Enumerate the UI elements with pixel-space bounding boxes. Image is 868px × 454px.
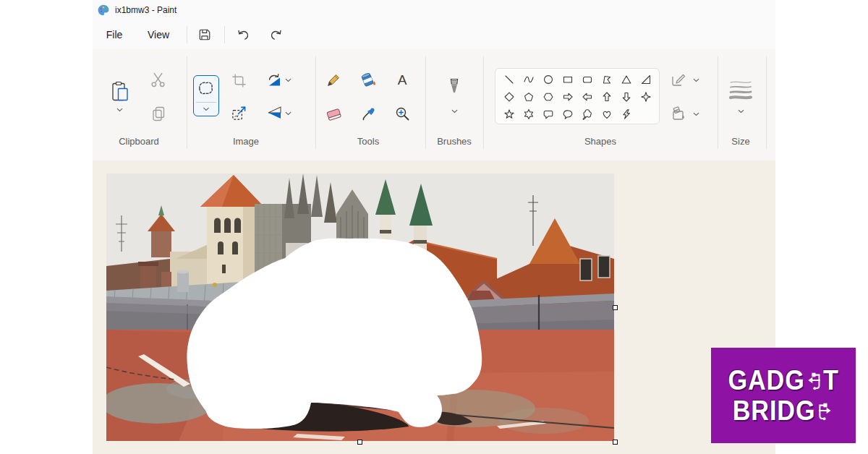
shape-four-point-star-icon[interactable]: [638, 89, 654, 105]
fill-with-color-button[interactable]: [357, 69, 379, 91]
shape-left-arrow-icon[interactable]: [579, 89, 595, 105]
text-tool-button[interactable]: A: [391, 69, 413, 91]
screenshot-root: { "window": { "title": "ix1bmw3 - Paint"…: [0, 0, 868, 454]
shape-rounded-rectangle-icon[interactable]: [579, 72, 595, 87]
copy-icon: [152, 106, 166, 121]
usb-branch-icon: [817, 401, 834, 421]
pencil-button[interactable]: [323, 69, 344, 91]
flip-dropdown-chevron[interactable]: [285, 111, 292, 116]
shape-fill-button[interactable]: [668, 103, 689, 124]
title-bar: ix1bmw3 - Paint: [93, 0, 775, 20]
logo-text: GADG: [728, 366, 804, 395]
selection-dropdown-chevron[interactable]: [203, 107, 210, 111]
shape-five-point-star-icon[interactable]: [501, 106, 517, 122]
brushes-button[interactable]: [442, 74, 467, 103]
shape-triangle-icon[interactable]: [618, 72, 634, 87]
paint-app-icon: [98, 4, 109, 16]
shape-rounded-speech-bubble-icon[interactable]: [540, 106, 556, 122]
rotate-icon: [266, 72, 282, 88]
cut-button[interactable]: [147, 69, 169, 90]
logo-text: T: [823, 366, 839, 395]
shape-six-point-star-icon[interactable]: [521, 106, 537, 122]
group-label-size: Size: [731, 136, 749, 147]
text-tool-icon: A: [398, 72, 407, 88]
canvas-photo[interactable]: [106, 174, 614, 441]
eraser-icon: [326, 106, 342, 121]
logo-text: BRIDG: [733, 396, 816, 425]
shape-oval-speech-bubble-icon[interactable]: [560, 106, 576, 122]
shape-pentagon-icon[interactable]: [521, 89, 537, 105]
brush-icon: [447, 78, 461, 98]
brushes-dropdown-chevron[interactable]: [451, 109, 458, 113]
size-dropdown-chevron[interactable]: [738, 109, 744, 113]
paste-dropdown-chevron[interactable]: [116, 108, 123, 112]
pencil-icon: [326, 72, 341, 88]
logo-line-2: BRIDG: [733, 396, 834, 425]
window-title: ix1bmw3 - Paint: [115, 5, 176, 15]
group-label-shapes: Shapes: [584, 136, 616, 147]
crop-button[interactable]: [228, 69, 250, 91]
selection-handle-right-middle[interactable]: [613, 305, 618, 310]
group-label-clipboard: Clipboard: [119, 136, 159, 147]
shape-down-arrow-icon[interactable]: [618, 89, 634, 105]
color-picker-button[interactable]: [357, 103, 379, 124]
shape-outline-chevron[interactable]: [693, 78, 699, 82]
shape-heart-icon[interactable]: [599, 106, 615, 122]
rotate-dropdown-chevron[interactable]: [285, 78, 292, 82]
group-separator: [187, 56, 187, 149]
shape-line-icon[interactable]: [501, 72, 517, 87]
shape-outline-button[interactable]: [668, 69, 689, 90]
group-separator: [718, 56, 718, 149]
selection-handle-bottom-right[interactable]: [613, 440, 618, 445]
save-icon: [198, 28, 211, 41]
group-label-tools: Tools: [357, 136, 379, 147]
paste-button[interactable]: [108, 77, 132, 106]
shape-cloud-speech-bubble-icon[interactable]: [579, 106, 595, 122]
shape-up-arrow-icon[interactable]: [599, 89, 615, 105]
free-form-selection-button[interactable]: [193, 75, 219, 116]
selection-handle-bottom-middle[interactable]: [357, 440, 362, 445]
menu-bar: File View: [93, 20, 775, 49]
ribbon: Clipboard: [93, 49, 775, 161]
flip-button[interactable]: [263, 102, 285, 124]
copy-button[interactable]: [148, 103, 169, 124]
group-separator: [766, 56, 767, 149]
magnifier-button[interactable]: [391, 103, 413, 124]
shape-rectangle-icon[interactable]: [560, 72, 576, 87]
shape-polygon-icon[interactable]: [599, 72, 615, 87]
shape-hexagon-icon[interactable]: [540, 89, 556, 105]
shape-outline-icon: [671, 72, 686, 87]
resize-button[interactable]: [228, 102, 250, 124]
size-button[interactable]: [726, 75, 756, 104]
menu-view[interactable]: View: [140, 25, 176, 45]
rotate-button[interactable]: [263, 69, 285, 91]
eraser-button[interactable]: [323, 103, 344, 124]
shape-fill-chevron[interactable]: [693, 112, 699, 116]
usb-branch-icon: [806, 370, 822, 390]
shape-diamond-icon[interactable]: [501, 89, 517, 105]
shape-right-triangle-icon[interactable]: [638, 72, 654, 87]
canvas-area: [93, 160, 775, 454]
shape-curve-icon[interactable]: [521, 72, 537, 87]
cut-scissors-icon: [150, 72, 166, 87]
shape-lightning-bolt-icon[interactable]: [618, 106, 634, 122]
redo-icon: [269, 28, 283, 42]
gadgetbridge-logo: GADG T BRIDG: [711, 348, 856, 443]
group-separator: [315, 56, 316, 149]
stroke-size-icon: [729, 80, 752, 100]
paint-window: ix1bmw3 - Paint File View: [93, 0, 775, 454]
resize-icon: [231, 106, 247, 121]
group-separator: [425, 56, 426, 149]
undo-button[interactable]: [233, 25, 253, 45]
flip-icon: [266, 106, 282, 120]
menu-file[interactable]: File: [98, 25, 130, 45]
redo-button[interactable]: [265, 25, 286, 45]
shape-fill-icon: [671, 106, 686, 121]
eyedropper-icon: [361, 106, 376, 121]
save-button[interactable]: [195, 25, 215, 45]
shape-right-arrow-icon[interactable]: [560, 89, 576, 105]
paste-icon: [111, 81, 129, 103]
shape-oval-icon[interactable]: [540, 72, 556, 87]
fill-bucket-icon: [360, 72, 377, 88]
magnifier-icon: [395, 106, 410, 121]
